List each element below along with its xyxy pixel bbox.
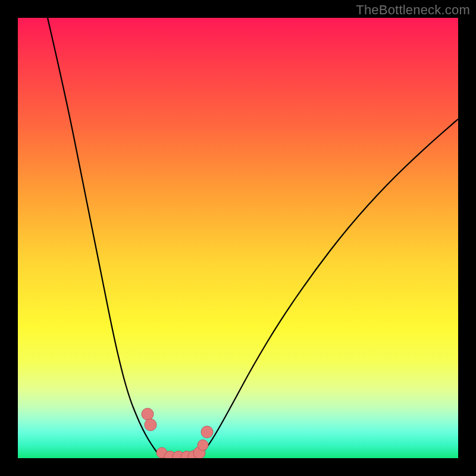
chart-svg	[18, 18, 458, 458]
data-markers	[142, 408, 213, 458]
outer-frame: TheBottleneck.com	[0, 0, 476, 476]
data-marker	[198, 440, 208, 450]
chart-plot-area	[18, 18, 458, 458]
data-marker	[145, 419, 156, 431]
watermark-text: TheBottleneck.com	[356, 2, 470, 18]
data-marker	[142, 408, 154, 420]
data-marker	[201, 426, 213, 438]
bottleneck-curve	[48, 18, 458, 458]
